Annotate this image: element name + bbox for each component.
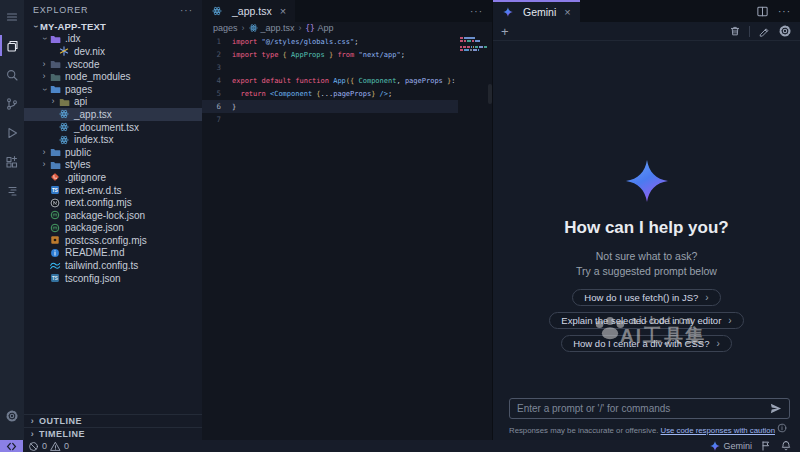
prompt-input[interactable] bbox=[517, 403, 769, 414]
activity-bar bbox=[0, 0, 24, 440]
nix-icon bbox=[58, 46, 70, 56]
tree-row--vscode[interactable]: ›.vscode bbox=[24, 58, 202, 71]
folder-blue2-icon bbox=[49, 160, 61, 170]
tsjson-icon: TS bbox=[49, 273, 61, 283]
trash-icon[interactable] bbox=[729, 25, 741, 37]
chevron-right-icon: › bbox=[728, 315, 731, 326]
breadcrumb-item[interactable]: _app.tsx bbox=[249, 23, 295, 33]
tree-row-tailwind-config-ts[interactable]: tailwind.config.ts bbox=[24, 259, 202, 272]
gemini-input-area: Responses may be inaccurate or offensive… bbox=[509, 398, 790, 435]
activity-files-icon[interactable] bbox=[0, 31, 24, 60]
chevron-right-icon: › bbox=[28, 430, 37, 439]
section-timeline[interactable]: ›TIMELINE bbox=[24, 427, 202, 440]
tailwind-icon bbox=[49, 262, 61, 270]
activity-idx-logs-icon[interactable] bbox=[0, 176, 24, 205]
tree-row-package-json[interactable]: package.json bbox=[24, 222, 202, 235]
remote-indicator[interactable] bbox=[0, 440, 23, 452]
react-icon bbox=[58, 122, 70, 132]
file-label: node_modules bbox=[65, 71, 131, 82]
tree-row-tsconfig-json[interactable]: TStsconfig.json bbox=[24, 272, 202, 285]
code-line-3: 3 bbox=[202, 61, 458, 74]
explorer-panel: EXPLORER ··· ›MY-APP-TEXT›.idxdev.nix›.v… bbox=[24, 0, 202, 440]
suggested-prompt-chip[interactable]: How do I center a div with CSS?› bbox=[561, 335, 732, 352]
gemini-status-item[interactable]: Gemini bbox=[710, 441, 752, 451]
activity-extensions-icon[interactable] bbox=[0, 147, 24, 176]
breadcrumb: pages›_app.tsx›{}App bbox=[202, 22, 492, 34]
more-icon[interactable]: ··· bbox=[778, 6, 791, 17]
tab-app-tsx[interactable]: _app.tsx × bbox=[202, 0, 295, 22]
suggested-prompts: How do I use fetch() in JS?›Explain the … bbox=[549, 289, 743, 352]
file-label: tsconfig.json bbox=[65, 273, 121, 284]
tree-row-pages[interactable]: ›pages bbox=[24, 83, 202, 96]
new-chat-button[interactable]: + bbox=[501, 25, 509, 38]
tab-gemini[interactable]: Gemini × bbox=[493, 0, 580, 22]
chevron-right-icon: › bbox=[28, 417, 37, 426]
folder-purple-icon bbox=[49, 34, 61, 44]
file-tree: ›MY-APP-TEXT›.idxdev.nix›.vscode›node_mo… bbox=[24, 20, 202, 284]
chevron-right-icon: › bbox=[39, 60, 49, 69]
react-icon bbox=[211, 6, 223, 16]
activity-menu-icon[interactable] bbox=[0, 2, 24, 31]
tree-row-postcss-config-mjs[interactable]: postcss.config.mjs bbox=[24, 234, 202, 247]
file-label: .vscode bbox=[65, 59, 99, 70]
chevron-right-icon: › bbox=[39, 148, 49, 157]
file-label: pages bbox=[65, 84, 92, 95]
tree-row-next-config-mjs[interactable]: next.config.mjs bbox=[24, 196, 202, 209]
gemini-panel: Gemini × ··· + How can I help you? Not s… bbox=[492, 0, 800, 440]
problems-status[interactable]: 0 0 bbox=[23, 441, 69, 452]
tree-row-readme-md[interactable]: README.md bbox=[24, 247, 202, 260]
activity-source-control-icon[interactable] bbox=[0, 89, 24, 118]
breadcrumb-item[interactable]: pages bbox=[213, 23, 238, 33]
info-icon[interactable] bbox=[777, 423, 787, 433]
explorer-more-icon[interactable]: ··· bbox=[180, 5, 193, 16]
tree-row--gitignore[interactable]: .gitignore bbox=[24, 171, 202, 184]
bell-icon[interactable] bbox=[780, 440, 792, 452]
chevron-down-icon: › bbox=[40, 34, 49, 44]
send-icon[interactable] bbox=[769, 402, 782, 415]
suggested-prompt-chip[interactable]: Explain the selected code in my editor› bbox=[549, 312, 743, 329]
file-label: index.tsx bbox=[74, 134, 113, 145]
warning-count: 0 bbox=[64, 441, 69, 451]
breadcrumb-item[interactable]: {}App bbox=[306, 23, 334, 33]
activity-search-icon[interactable] bbox=[0, 60, 24, 89]
tree-row-node-modules[interactable]: ›node_modules bbox=[24, 70, 202, 83]
eraser-icon[interactable] bbox=[758, 25, 770, 37]
file-label: package-lock.json bbox=[65, 210, 145, 221]
tree-row-api[interactable]: ›api bbox=[24, 96, 202, 109]
folder-olive-icon bbox=[58, 97, 70, 107]
gemini-empty-state: How can I help you? Not sure what to ask… bbox=[493, 41, 800, 440]
manage-gear-button[interactable] bbox=[0, 401, 24, 430]
tree-row-styles[interactable]: ›styles bbox=[24, 159, 202, 172]
gemini-tab-bar: Gemini × ··· bbox=[493, 0, 800, 22]
folder-dim-icon bbox=[49, 72, 61, 82]
status-bar-right: Gemini bbox=[710, 440, 800, 452]
suggested-prompt-chip[interactable]: How do I use fetch() in JS?› bbox=[572, 289, 720, 306]
tree-row-package-lock-json[interactable]: package-lock.json bbox=[24, 209, 202, 222]
activity-run-debug-icon[interactable] bbox=[0, 118, 24, 147]
tree-row-public[interactable]: ›public bbox=[24, 146, 202, 159]
tree-row--idx[interactable]: ›.idx bbox=[24, 33, 202, 46]
feedback-flag-icon[interactable] bbox=[760, 440, 772, 452]
minimap[interactable] bbox=[460, 37, 487, 58]
tree-row-dev-nix[interactable]: dev.nix bbox=[24, 45, 202, 58]
code-editor[interactable]: 1import "@/styles/globals.css";2import t… bbox=[202, 34, 492, 440]
ts-icon: TS bbox=[49, 185, 61, 195]
split-editor-icon[interactable] bbox=[756, 5, 769, 18]
close-icon[interactable]: × bbox=[564, 6, 570, 18]
code-line-6: 6} bbox=[202, 100, 458, 113]
folder-blue-icon bbox=[49, 84, 61, 94]
tree-row-next-env-d-ts[interactable]: TSnext-env.d.ts bbox=[24, 184, 202, 197]
caution-link[interactable]: Use code responses with caution bbox=[661, 426, 775, 435]
file-label: tailwind.config.ts bbox=[65, 260, 138, 271]
tree-row-my-app-text[interactable]: ›MY-APP-TEXT bbox=[24, 20, 202, 33]
file-label: next-env.d.ts bbox=[65, 185, 122, 196]
tree-row--document-tsx[interactable]: _document.tsx bbox=[24, 121, 202, 134]
section-outline[interactable]: ›OUTLINE bbox=[24, 414, 202, 427]
editor-more-icon[interactable]: ··· bbox=[470, 6, 492, 17]
gemini-header-icons: ··· bbox=[756, 0, 800, 22]
close-icon[interactable]: × bbox=[280, 5, 286, 17]
tree-row--app-tsx[interactable]: _app.tsx bbox=[24, 108, 202, 121]
gear-icon[interactable] bbox=[778, 24, 792, 38]
tree-row-index-tsx[interactable]: index.tsx bbox=[24, 133, 202, 146]
file-label: .idx bbox=[65, 33, 81, 44]
